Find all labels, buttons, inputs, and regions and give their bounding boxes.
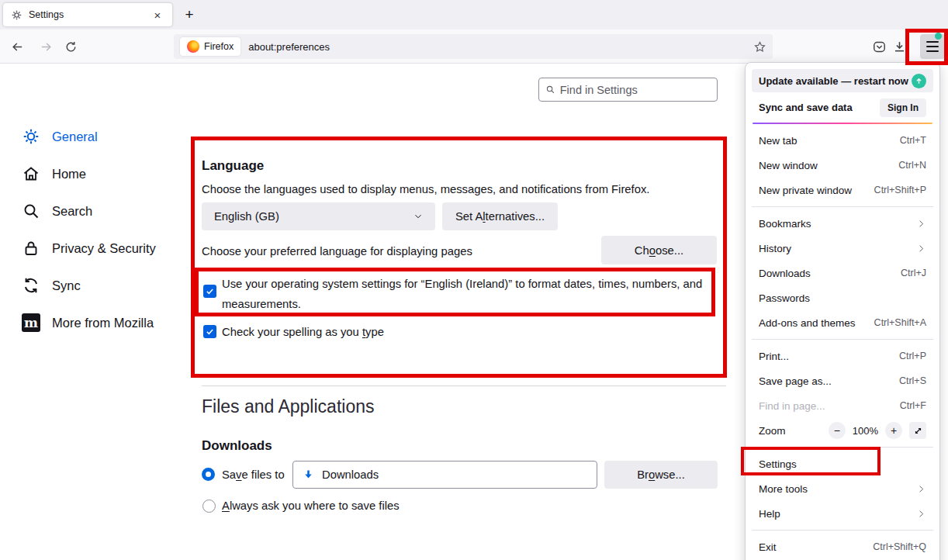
menu-item-shortcut: Ctrl+Shift+P [874, 185, 926, 195]
tab-bar: Settings × + [0, 0, 948, 29]
pocket-icon[interactable] [872, 40, 887, 54]
menu-item-label: Print... [759, 351, 789, 362]
menu-separator [752, 206, 933, 207]
menu-item-exit[interactable]: ExitCtrl+Shift+Q [752, 534, 933, 559]
browse-button[interactable]: Browse... [604, 461, 718, 489]
menu-item-new-window[interactable]: New windowCtrl+N [752, 153, 933, 178]
gear-icon [11, 9, 22, 21]
menu-item-shortcut: Ctrl+Shift+A [874, 317, 926, 328]
menu-item-save-page-as[interactable]: Save page as...Ctrl+S [752, 368, 933, 393]
menu-item-label: Help [759, 508, 780, 520]
menu-item-label: Find in page... [759, 400, 825, 412]
language-dropdown[interactable]: English (GB) [202, 202, 435, 230]
update-banner[interactable]: Update available — restart now [752, 69, 933, 92]
search-icon [22, 202, 40, 220]
sync-row: Sync and save data Sign In [752, 95, 933, 120]
sidebar-item-general[interactable]: General [22, 118, 189, 155]
menu-item-label: Passwords [759, 292, 810, 304]
url-bar[interactable]: Firefox about:preferences [174, 34, 773, 59]
sidebar-item-search[interactable]: Search [22, 192, 189, 230]
sign-in-button[interactable]: Sign In [880, 99, 926, 117]
chevron-right-icon [916, 509, 926, 519]
menu-item-label: Zoom [759, 425, 786, 437]
save-files-to-radio[interactable] [202, 468, 215, 481]
menu-item-add-ons-and-themes[interactable]: Add-ons and themesCtrl+Shift+A [752, 310, 933, 335]
reload-icon[interactable] [64, 40, 78, 54]
update-arrow-icon [912, 74, 926, 88]
sidebar-item-label: Privacy & Security [52, 241, 156, 256]
settings-sidebar: GeneralHomeSearchPrivacy & SecuritySyncm… [22, 118, 189, 341]
zoom-out-button[interactable]: − [829, 422, 846, 439]
update-banner-label: Update available — restart now [759, 75, 908, 87]
set-alternatives-button[interactable]: Set Alternatives... [442, 202, 558, 230]
chevron-right-icon [916, 484, 926, 494]
app-menu-panel: Update available — restart now Sync and … [745, 62, 940, 560]
menu-item-label: More tools [759, 483, 808, 495]
download-path-field[interactable]: Downloads [292, 461, 597, 489]
menu-separator [752, 339, 933, 340]
spellcheck-checkbox-label[interactable]: Check your spelling as you type [222, 326, 384, 338]
search-icon [545, 85, 555, 95]
menu-item-shortcut: Ctrl+J [901, 268, 926, 278]
firefox-logo-icon [187, 40, 199, 53]
sidebar-item-privacy-security[interactable]: Privacy & Security [22, 230, 189, 267]
always-ask-radio[interactable] [202, 500, 216, 513]
menu-separator [752, 447, 933, 448]
menu-item-new-private-window[interactable]: New private windowCtrl+Shift+P [752, 178, 933, 202]
menu-item-label: Exit [759, 541, 777, 553]
new-tab-button[interactable]: + [178, 5, 200, 25]
menu-item-shortcut: Ctrl+P [899, 351, 926, 361]
menu-item-shortcut: Ctrl+N [898, 160, 926, 171]
tab-settings[interactable]: Settings × [3, 3, 172, 26]
menu-item-label: History [759, 243, 791, 254]
chevron-right-icon [916, 219, 926, 229]
os-format-checkbox[interactable] [203, 285, 216, 298]
gear-icon [22, 127, 40, 146]
sidebar-item-label: General [52, 130, 98, 144]
sidebar-item-label: More from Mozilla [52, 316, 154, 330]
lock-icon [22, 239, 40, 258]
site-identity-chip[interactable]: Firefox [180, 37, 240, 56]
close-tab-icon[interactable]: × [151, 9, 164, 22]
menu-item-zoom[interactable]: Zoom−100%+ [752, 418, 933, 443]
always-ask-label[interactable]: Always ask you where to save files [222, 500, 400, 512]
spellcheck-checkbox[interactable] [203, 325, 216, 338]
chevron-right-icon [916, 244, 926, 254]
menu-item-find-in-page: Find in page...Ctrl+F [752, 393, 933, 418]
files-and-applications-heading: Files and Applications [202, 396, 374, 417]
section-divider [202, 385, 726, 386]
fullscreen-icon[interactable] [909, 422, 926, 439]
menu-item-label: New private window [759, 185, 852, 196]
choose-language-button[interactable]: Choose... [601, 236, 717, 264]
menu-item-bookmarks[interactable]: Bookmarks [752, 211, 933, 236]
site-identity-label: Firefox [204, 41, 234, 52]
menu-item-print[interactable]: Print...Ctrl+P [752, 344, 933, 368]
menu-item-more-tools[interactable]: More tools [752, 476, 933, 501]
menu-item-settings[interactable]: Settings [752, 451, 933, 476]
menu-item-shortcut: Ctrl+F [900, 400, 926, 411]
sidebar-item-sync[interactable]: Sync [22, 267, 189, 304]
menu-item-passwords[interactable]: Passwords [752, 285, 933, 310]
menu-item-downloads[interactable]: DownloadsCtrl+J [752, 261, 933, 285]
bookmark-star-icon[interactable] [753, 40, 766, 54]
menu-item-new-tab[interactable]: New tabCtrl+T [752, 128, 933, 153]
zoom-level-value: 100% [853, 425, 878, 437]
sync-label: Sync and save data [759, 102, 853, 113]
downloads-toolbar-icon[interactable] [892, 40, 907, 54]
save-files-to-label[interactable]: Save files to [222, 468, 285, 481]
find-in-settings-box[interactable] [538, 78, 718, 102]
sidebar-item-label: Home [52, 167, 86, 181]
tab-title: Settings [29, 9, 144, 20]
menu-item-shortcut: Ctrl+S [899, 375, 926, 386]
home-icon [22, 164, 40, 183]
menu-item-history[interactable]: History [752, 236, 933, 261]
chevron-down-icon [413, 212, 423, 221]
zoom-in-button[interactable]: + [885, 422, 902, 439]
find-in-settings-input[interactable] [560, 84, 711, 96]
os-format-checkbox-label[interactable]: Use your operating system settings for “… [222, 274, 711, 314]
menu-item-label: Save page as... [759, 375, 832, 387]
menu-item-help[interactable]: Help [752, 501, 933, 526]
sidebar-item-more-from-mozilla[interactable]: mMore from Mozilla [22, 304, 189, 341]
sidebar-item-home[interactable]: Home [22, 155, 189, 192]
back-icon[interactable] [11, 40, 24, 54]
